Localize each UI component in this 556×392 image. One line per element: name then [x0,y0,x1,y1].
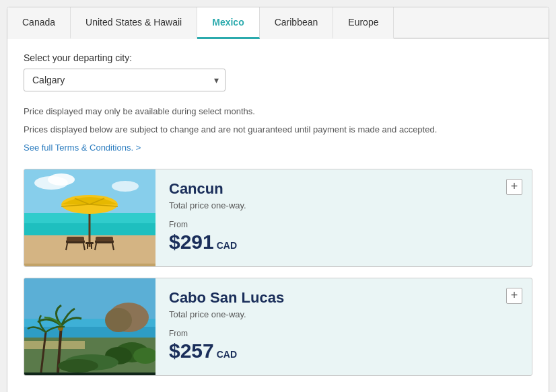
cancun-price-currency: CAD [217,240,237,251]
cancun-expand-button[interactable]: + [506,179,522,195]
cancun-image [24,169,155,266]
svg-rect-30 [24,341,85,349]
svg-point-3 [112,181,139,192]
cancun-title: Cancun [169,180,518,198]
svg-rect-21 [85,242,94,244]
svg-rect-14 [67,237,84,241]
cabo-price-row: $257CAD [169,340,518,362]
tab-europe[interactable]: Europe [333,7,394,39]
disclaimer-line2: Prices displayed below are subject to ch… [24,123,532,137]
cancun-price-from: From [169,220,518,229]
cabo-price-currency: CAD [217,349,237,360]
cancun-price-amount: $291 [169,231,214,253]
terms-link[interactable]: See full Terms & Conditions. > [24,143,141,153]
city-select-wrapper: Calgary Edmonton Vancouver Toronto ▾ [24,69,225,91]
svg-rect-18 [96,237,113,241]
cancun-price-row: $291CAD [169,231,518,253]
cabo-price-from: From [169,329,518,338]
tab-canada[interactable]: Canada [7,7,71,39]
departing-city-label: Select your departing city: [24,52,532,63]
tab-bar: Canada United States & Hawaii Mexico Car… [7,7,549,39]
tab-us-hawaii[interactable]: United States & Hawaii [71,7,197,39]
departing-city-select[interactable]: Calgary Edmonton Vancouver Toronto [24,69,225,91]
main-container: Canada United States & Hawaii Mexico Car… [7,7,549,392]
cabo-title: Cabo San Lucas [169,289,518,307]
destination-card-cabo: + Cabo San Lucas Total price one-way. Fr… [24,278,532,376]
cancun-subtitle: Total price one-way. [169,200,518,210]
svg-point-38 [58,359,98,373]
svg-point-28 [105,308,132,332]
tab-caribbean[interactable]: Caribbean [260,7,334,39]
cancun-info: + Cancun Total price one-way. From $291C… [155,169,532,266]
cabo-expand-button[interactable]: + [506,288,522,304]
main-content: Select your departing city: Calgary Edmo… [7,39,549,392]
cabo-price-amount: $257 [169,340,214,362]
disclaimer-line1: Price displayed may only be available du… [24,105,532,119]
cabo-subtitle: Total price one-way. [169,309,518,319]
cabo-image [24,278,155,375]
svg-point-2 [48,173,75,186]
cabo-info: + Cabo San Lucas Total price one-way. Fr… [155,278,532,375]
destination-card-cancun: + Cancun Total price one-way. From $291C… [24,169,532,267]
tab-mexico[interactable]: Mexico [197,7,259,39]
